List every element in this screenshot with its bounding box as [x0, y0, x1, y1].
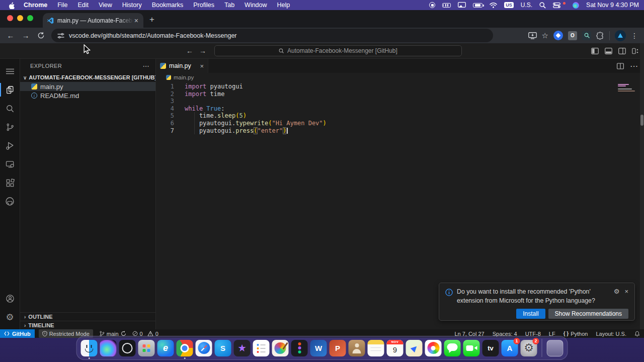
- battery-icon[interactable]: [473, 3, 482, 8]
- github-icon[interactable]: [0, 192, 20, 211]
- dock-facetime-icon[interactable]: [463, 340, 480, 356]
- scrollbar-thumb[interactable]: [640, 115, 643, 126]
- editor-tab-close-icon[interactable]: ×: [200, 62, 204, 70]
- dock-word-icon[interactable]: W: [310, 340, 327, 356]
- menubar-clock[interactable]: Sat Nov 9 4:30 PM: [586, 2, 639, 9]
- menu-bookmarks[interactable]: Bookmarks: [147, 2, 189, 9]
- file-row-readme[interactable]: i README.md: [20, 91, 155, 100]
- wifi-icon[interactable]: [490, 3, 497, 8]
- extensions-view-icon[interactable]: [0, 173, 20, 192]
- profile-avatar[interactable]: [615, 30, 626, 41]
- reload-button[interactable]: [34, 29, 47, 42]
- minimap[interactable]: [618, 83, 636, 92]
- minimize-window-button[interactable]: [17, 15, 23, 21]
- menu-edit[interactable]: Edit: [72, 2, 94, 9]
- spotlight-icon[interactable]: [539, 2, 546, 9]
- go-forward-icon[interactable]: →: [199, 47, 206, 55]
- extension-magnifier-icon[interactable]: [582, 31, 591, 40]
- page-scrollbar[interactable]: [640, 43, 644, 329]
- toggle-panel-icon[interactable]: [605, 48, 612, 54]
- site-info-icon[interactable]: [57, 33, 64, 39]
- screen-mirroring-icon[interactable]: [458, 2, 466, 8]
- bookmark-star-icon[interactable]: ☆: [542, 31, 548, 40]
- outline-section[interactable]: › OUTLINE: [20, 312, 155, 321]
- control-center-icon[interactable]: [553, 3, 560, 8]
- code-line-4[interactable]: 4while True:: [156, 105, 644, 113]
- notification-close-icon[interactable]: ×: [624, 288, 628, 295]
- menu-window[interactable]: Window: [239, 2, 272, 9]
- customize-layout-icon[interactable]: [632, 48, 639, 54]
- code-line-6[interactable]: 6 pyautogui.typewrite("Hi Aymen Dev"): [156, 120, 644, 127]
- menu-tab[interactable]: Tab: [219, 2, 239, 9]
- keyboard-brightness-icon[interactable]: [442, 3, 451, 8]
- menu-history[interactable]: History: [117, 2, 147, 9]
- language-mode-item[interactable]: { } Python: [564, 331, 588, 337]
- dock-chrome-icon[interactable]: [177, 340, 193, 356]
- code-line-7[interactable]: 7 pyautogui.press("enter"): [156, 127, 644, 135]
- editor-tab-mainpy[interactable]: main.py ×: [156, 59, 208, 73]
- dock-reminders-icon[interactable]: [253, 340, 270, 356]
- toggle-secondary-sidebar-icon[interactable]: [618, 48, 626, 54]
- code-line-5[interactable]: 5 time.sleep(5): [156, 112, 644, 120]
- menu-chrome[interactable]: Chrome: [19, 2, 52, 9]
- code-line-1[interactable]: 1import pyautogui: [156, 83, 644, 90]
- search-view-icon[interactable]: [0, 99, 20, 118]
- browser-tab[interactable]: main.py — Automate-Facebo ×: [43, 13, 143, 28]
- timeline-section[interactable]: › TIMELINE: [20, 321, 155, 329]
- install-button[interactable]: Install: [516, 309, 545, 319]
- dock-photos-icon[interactable]: [425, 340, 442, 356]
- notifications-bell-icon[interactable]: [634, 331, 640, 337]
- install-pwa-icon[interactable]: [528, 32, 537, 39]
- dock-settings-icon[interactable]: ⚙2: [521, 340, 537, 356]
- explorer-view-icon[interactable]: [0, 80, 20, 99]
- explorer-section-header[interactable]: ∨ AUTOMATE-FACEBOOK-MESSENGER [GITHUB]: [20, 73, 155, 82]
- code-line-2[interactable]: 2import time: [156, 90, 644, 98]
- accounts-icon[interactable]: [0, 289, 20, 308]
- dock-powerpoint-icon[interactable]: P: [330, 340, 346, 356]
- dock-launchpad-icon[interactable]: [138, 340, 155, 356]
- command-center[interactable]: Automate-Facebook-Messenger [GitHub]: [214, 45, 462, 56]
- go-back-icon[interactable]: ←: [186, 47, 193, 55]
- apple-menu[interactable]: [8, 2, 15, 9]
- dock-maps-icon[interactable]: ▶: [406, 340, 423, 356]
- dock-imovie-icon[interactable]: ★: [234, 340, 251, 356]
- address-bar[interactable]: vscode.dev/github/steamdz/Automate-Faceb…: [51, 29, 493, 42]
- explorer-more-actions-icon[interactable]: ⋯: [143, 62, 149, 70]
- dock-trash-icon[interactable]: [547, 340, 564, 356]
- dock-calendar-icon[interactable]: NOV9: [387, 340, 404, 356]
- forward-button[interactable]: →: [19, 29, 32, 42]
- dock-edge-icon[interactable]: e: [157, 340, 174, 356]
- extension-o-icon[interactable]: O: [568, 31, 577, 40]
- close-window-button[interactable]: [7, 15, 13, 21]
- tab-close-icon[interactable]: ×: [133, 17, 139, 25]
- menu-file[interactable]: File: [52, 2, 72, 9]
- dock-appstore-icon[interactable]: A1: [502, 340, 518, 356]
- editor-more-actions-icon[interactable]: ⋯: [630, 61, 638, 71]
- dock-notes-icon[interactable]: [368, 340, 384, 356]
- extension-blue-icon[interactable]: [553, 31, 563, 40]
- zoom-window-button[interactable]: [27, 15, 33, 21]
- file-row-mainpy[interactable]: main.py: [20, 82, 155, 91]
- keyboard-layout-item[interactable]: Layout: U.S.: [596, 331, 626, 337]
- dock-paint-icon[interactable]: [272, 340, 289, 356]
- toggle-sidebar-icon[interactable]: [591, 48, 599, 54]
- siri-icon[interactable]: [573, 2, 579, 9]
- dock-skype-icon[interactable]: S: [215, 340, 231, 356]
- dock-finder-icon[interactable]: [81, 340, 98, 356]
- breadcrumb[interactable]: main.py: [156, 73, 644, 81]
- settings-gear-icon[interactable]: ⚙: [0, 308, 20, 326]
- back-button[interactable]: ←: [4, 29, 17, 42]
- new-tab-button[interactable]: +: [149, 15, 154, 25]
- application-menu-icon[interactable]: [0, 62, 20, 80]
- dock-siri-icon[interactable]: [100, 340, 117, 356]
- notification-gear-icon[interactable]: ⚙: [614, 288, 620, 295]
- show-recommendations-button[interactable]: Show Recommendations: [548, 309, 628, 319]
- menu-help[interactable]: Help: [272, 2, 295, 9]
- chrome-menu-icon[interactable]: ⋮: [631, 32, 638, 40]
- screen-record-stop-icon[interactable]: [429, 2, 435, 8]
- dock-safari-icon[interactable]: [196, 340, 212, 356]
- input-source-badge[interactable]: US: [504, 2, 514, 8]
- menu-view[interactable]: View: [94, 2, 117, 9]
- extensions-puzzle-icon[interactable]: [596, 32, 604, 40]
- menu-profiles[interactable]: Profiles: [188, 2, 219, 9]
